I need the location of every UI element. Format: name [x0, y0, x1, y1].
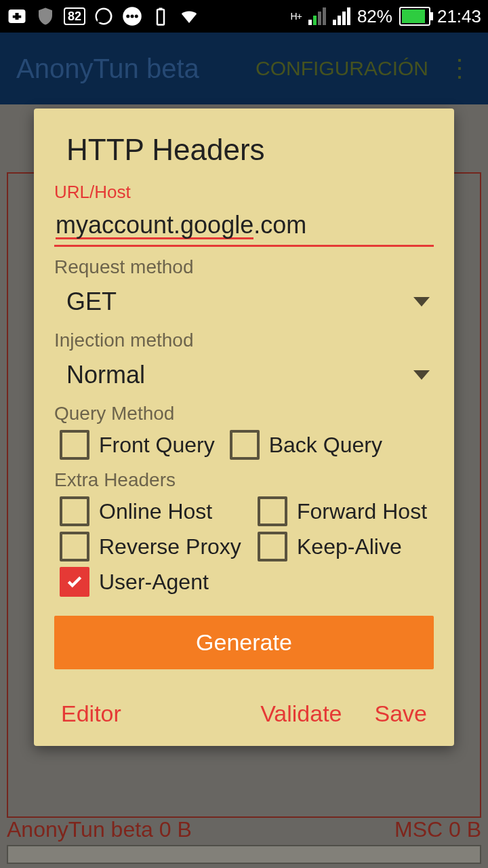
clock-text: 21:43: [437, 6, 481, 27]
checkbox-empty-icon: [60, 430, 89, 460]
shield-icon: [35, 6, 56, 26]
online-host-label: Online Host: [99, 499, 212, 524]
checkbox-checked-icon: [60, 567, 89, 597]
request-method-label: Request method: [54, 256, 434, 278]
request-method-dropdown[interactable]: GET: [54, 283, 434, 320]
battery-percent-text: 82%: [357, 6, 392, 27]
svg-point-6: [131, 15, 134, 18]
back-query-checkbox[interactable]: Back Query: [230, 430, 382, 460]
reverse-proxy-checkbox[interactable]: Reverse Proxy: [60, 532, 243, 561]
injection-method-label: Injection method: [54, 330, 434, 351]
injection-method-value: Normal: [66, 361, 145, 389]
status-left-icons: 82: [7, 6, 199, 26]
save-button[interactable]: Save: [375, 701, 428, 727]
svg-point-7: [135, 15, 138, 18]
status-right: H+ 82% 21:43: [291, 6, 481, 27]
query-method-label: Query Method: [54, 403, 434, 425]
checkbox-empty-icon: [258, 496, 287, 526]
status-bar: 82 H+ 82% 21:43: [0, 0, 488, 33]
url-host-label: URL/Host: [54, 182, 434, 203]
http-headers-dialog: HTTP Headers URL/Host myaccount.google.c…: [34, 108, 454, 746]
battery-outline-icon: [150, 6, 171, 26]
battery-level-badge: 82: [64, 7, 85, 25]
url-host-input[interactable]: myaccount.google.com: [54, 208, 434, 247]
keep-alive-label: Keep-Alive: [297, 534, 402, 559]
dialog-title: HTTP Headers: [66, 133, 434, 167]
editor-button[interactable]: Editor: [61, 701, 121, 727]
signal-1-icon: [308, 7, 326, 25]
more-icon: [122, 6, 142, 26]
checkbox-empty-icon: [60, 496, 89, 526]
request-method-value: GET: [66, 288, 117, 316]
battery-charging-icon: [399, 7, 430, 26]
checkbox-empty-icon: [230, 430, 260, 460]
url-host-value-rest: .com: [253, 211, 306, 239]
forward-host-checkbox[interactable]: Forward Host: [258, 496, 427, 526]
wifi-icon: [179, 6, 199, 26]
reverse-proxy-label: Reverse Proxy: [99, 534, 241, 559]
front-query-label: Front Query: [99, 433, 215, 458]
add-tab-icon: [7, 6, 27, 26]
keep-alive-checkbox[interactable]: Keep-Alive: [258, 532, 402, 561]
network-type-label: H+: [291, 12, 302, 21]
url-host-value-spell: myaccount.google: [56, 213, 253, 239]
injection-method-dropdown[interactable]: Normal: [54, 357, 434, 393]
user-agent-label: User-Agent: [99, 570, 209, 595]
forward-host-label: Forward Host: [297, 499, 427, 524]
chevron-down-icon: [413, 297, 430, 307]
back-query-label: Back Query: [269, 433, 382, 458]
online-host-checkbox[interactable]: Online Host: [60, 496, 243, 526]
validate-button[interactable]: Validate: [260, 701, 342, 727]
user-agent-checkbox[interactable]: User-Agent: [60, 567, 209, 597]
whatsapp-icon: [94, 6, 114, 26]
checkbox-empty-icon: [60, 532, 89, 561]
svg-point-5: [126, 15, 129, 18]
extra-headers-label: Extra Headers: [54, 469, 434, 491]
svg-rect-8: [157, 9, 164, 25]
signal-2-icon: [333, 7, 350, 25]
front-query-checkbox[interactable]: Front Query: [60, 430, 215, 460]
chevron-down-icon: [413, 370, 430, 380]
svg-rect-2: [13, 16, 22, 18]
checkbox-empty-icon: [258, 532, 287, 561]
generate-button[interactable]: Generate: [54, 616, 434, 669]
svg-rect-9: [159, 8, 163, 10]
